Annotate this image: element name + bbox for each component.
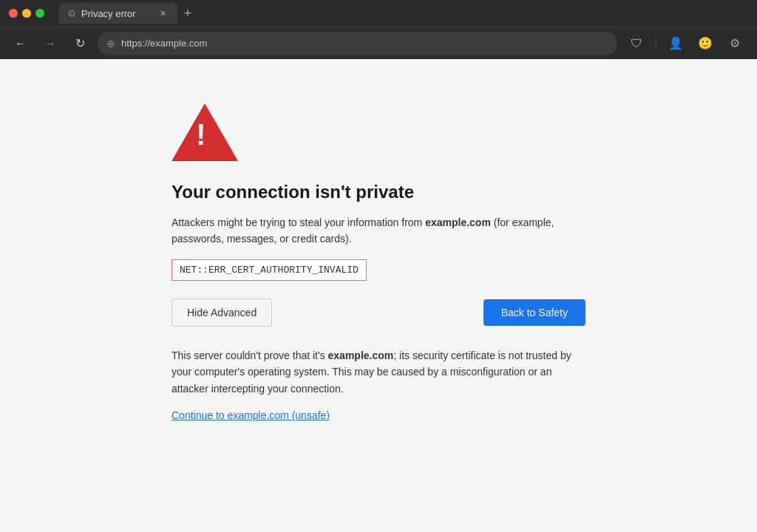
nav-actions: 🛡 👤 🙂 ⚙ xyxy=(623,30,748,57)
warning-triangle-icon xyxy=(172,103,238,161)
refresh-nav-button[interactable]: ↻ xyxy=(68,32,92,55)
error-page: Your connection isn't private Attackers … xyxy=(0,59,757,532)
error-domain: example.com xyxy=(425,216,491,228)
nav-bar: ← → ↻ ⊕ https://example.com 🛡 👤 🙂 ⚙ xyxy=(0,27,757,59)
description-text-start: Attackers might be trying to steal your … xyxy=(172,216,425,228)
minimize-button[interactable] xyxy=(22,9,31,18)
shield-icon-button[interactable]: 🛡 xyxy=(623,30,650,57)
warning-icon-wrap xyxy=(172,103,585,164)
tab-title: Privacy error xyxy=(81,8,151,19)
forward-icon: → xyxy=(44,37,56,50)
settings-icon: ⚙ xyxy=(730,36,740,50)
error-code-badge: NET::ERR_CERT_AUTHORITY_INVALID xyxy=(172,259,367,281)
globe-icon: ⊕ xyxy=(106,38,115,50)
forward-nav-button[interactable]: → xyxy=(38,32,62,55)
emoji-icon-button[interactable]: 🙂 xyxy=(692,30,719,57)
back-icon: ← xyxy=(15,37,27,50)
close-button[interactable] xyxy=(9,9,18,18)
tab-bar: ⊙ Privacy error ✕ + xyxy=(59,3,748,24)
settings-icon-button[interactable]: ⚙ xyxy=(722,30,748,57)
refresh-icon: ↻ xyxy=(75,36,85,50)
advanced-description: This server couldn't prove that it's exa… xyxy=(172,347,585,397)
error-title: Your connection isn't private xyxy=(172,182,585,202)
active-tab[interactable]: ⊙ Privacy error ✕ xyxy=(59,3,177,24)
nav-divider xyxy=(656,36,656,51)
url-text: https://example.com xyxy=(121,38,207,49)
tab-icon: ⊙ xyxy=(68,8,75,18)
address-bar[interactable]: ⊕ https://example.com xyxy=(98,32,617,55)
back-nav-button[interactable]: ← xyxy=(9,32,33,55)
advanced-domain: example.com xyxy=(328,349,394,361)
back-to-safety-button[interactable]: Back to Safety xyxy=(483,299,585,326)
button-row: Hide Advanced Back to Safety xyxy=(172,299,585,327)
emoji-icon: 🙂 xyxy=(698,36,713,50)
maximize-button[interactable] xyxy=(35,9,44,18)
tab-close-button[interactable]: ✕ xyxy=(157,7,169,19)
profile-icon-button[interactable]: 👤 xyxy=(662,30,689,57)
continue-unsafe-link[interactable]: Continue to example.com (unsafe) xyxy=(172,409,330,421)
person-icon: 👤 xyxy=(668,36,683,50)
hide-advanced-button[interactable]: Hide Advanced xyxy=(172,299,272,327)
error-description: Attackers might be trying to steal your … xyxy=(172,214,585,248)
new-tab-button[interactable]: + xyxy=(177,3,198,24)
traffic-lights xyxy=(9,9,44,18)
title-bar: ⊙ Privacy error ✕ + xyxy=(0,0,757,27)
advanced-text-start: This server couldn't prove that it's xyxy=(172,349,328,361)
shield-icon: 🛡 xyxy=(631,37,642,50)
error-container: Your connection isn't private Attackers … xyxy=(157,103,600,422)
